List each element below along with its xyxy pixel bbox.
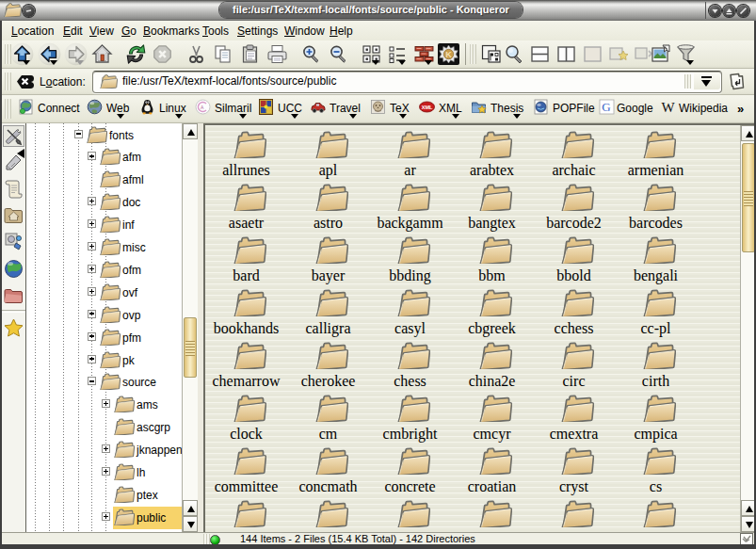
- svg-text:XML: XML: [422, 105, 433, 110]
- svg-text:G: G: [602, 100, 610, 114]
- svg-text:K: K: [445, 50, 452, 59]
- svg-text:W: W: [662, 100, 676, 115]
